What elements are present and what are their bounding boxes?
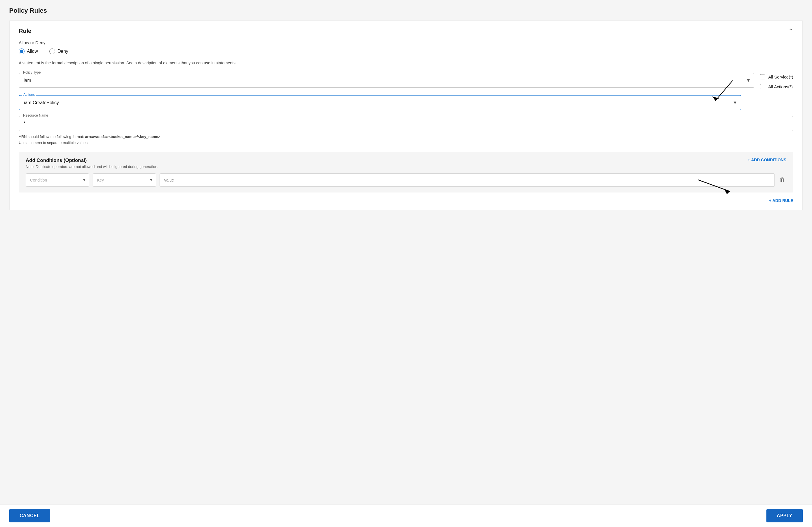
checkbox-group: All Service(*) All Actions(*)	[760, 73, 793, 89]
delete-condition-button[interactable]: 🗑	[778, 175, 786, 184]
allow-label: Allow	[27, 49, 38, 54]
allow-deny-label: Allow or Deny	[19, 40, 793, 45]
resource-name-input[interactable]	[19, 116, 793, 131]
all-service-option[interactable]: All Service(*)	[760, 74, 793, 80]
resource-name-label: Resource Name	[22, 113, 49, 117]
value-input[interactable]	[160, 173, 775, 187]
all-service-checkbox[interactable]	[760, 74, 765, 80]
all-actions-option[interactable]: All Actions(*)	[760, 84, 793, 89]
actions-select[interactable]: iam:CreatePolicy	[19, 96, 741, 110]
conditions-title-group: Add Conditions (Optional) Note: Duplicat…	[26, 158, 158, 169]
allow-option[interactable]: Allow	[19, 48, 38, 54]
cancel-button[interactable]: CANCEL	[9, 509, 50, 522]
key-dropdown: ▼ Key	[92, 173, 156, 187]
all-actions-checkbox[interactable]	[760, 84, 765, 89]
conditions-title: Add Conditions (Optional)	[26, 158, 158, 163]
deny-radio[interactable]	[49, 48, 55, 54]
radio-group: Allow Deny	[19, 48, 793, 54]
conditions-note: Note: Duplicate operators are not allowe…	[26, 165, 158, 169]
resource-name-row: Resource Name	[19, 116, 793, 131]
deny-label: Deny	[57, 49, 68, 54]
add-rule-row: + ADD RULE	[19, 198, 793, 203]
all-actions-label: All Actions(*)	[768, 84, 793, 89]
condition-dropdown: ▼ Condition	[26, 173, 89, 187]
collapse-icon[interactable]: ⌃	[788, 27, 793, 34]
conditions-section: Add Conditions (Optional) Note: Duplicat…	[19, 152, 793, 193]
rule-header: Rule ⌃	[19, 27, 793, 34]
actions-row: Actions iam:CreatePolicy ▼	[19, 95, 793, 110]
add-rule-button[interactable]: + ADD RULE	[769, 198, 793, 203]
apply-button[interactable]: APPLY	[766, 509, 803, 522]
add-rule-container: + ADD RULE	[19, 198, 793, 203]
key-select[interactable]	[93, 174, 156, 186]
policy-type-row: Policy Type iam ▼ All Service(*) All Act…	[19, 73, 793, 89]
actions-field: Actions iam:CreatePolicy ▼	[19, 95, 741, 110]
policy-type-label: Policy Type	[22, 70, 42, 74]
deny-option[interactable]: Deny	[49, 48, 68, 54]
actions-row-container: Actions iam:CreatePolicy ▼	[19, 95, 793, 110]
conditions-header: Add Conditions (Optional) Note: Duplicat…	[26, 158, 786, 169]
rule-title: Rule	[19, 28, 31, 34]
resource-name-container: Resource Name	[19, 116, 793, 131]
page-title: Policy Rules	[9, 7, 803, 14]
policy-type-field: Policy Type iam ▼	[19, 73, 754, 88]
add-conditions-button[interactable]: + ADD CONDITIONS	[748, 158, 786, 162]
actions-label: Actions	[22, 92, 36, 97]
all-service-label: All Service(*)	[768, 74, 793, 80]
rule-card: Rule ⌃ Allow or Deny Allow Deny A statem…	[9, 20, 803, 210]
bottom-bar: CANCEL APPLY	[0, 504, 812, 527]
conditions-row: ▼ Condition ▼ Key 🗑	[26, 173, 786, 187]
condition-select[interactable]	[26, 174, 89, 186]
policy-type-container: Policy Type iam ▼	[19, 73, 754, 88]
actions-container: Actions iam:CreatePolicy ▼	[19, 95, 741, 110]
arn-help: ARN should follow the following format: …	[19, 134, 793, 146]
statement-description: A statement is the formal description of…	[19, 60, 793, 66]
resource-name-field: Resource Name	[19, 116, 793, 131]
policy-type-select[interactable]: iam	[19, 73, 754, 87]
allow-radio[interactable]	[19, 48, 25, 54]
